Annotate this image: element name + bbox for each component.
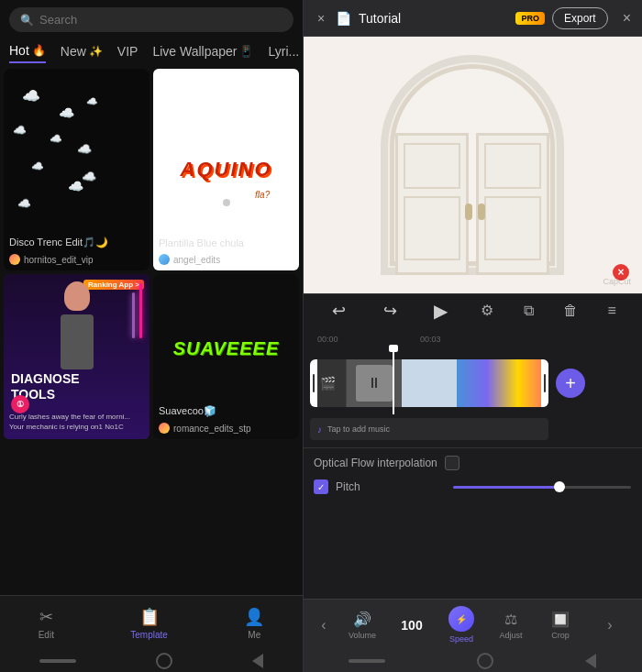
nav-me[interactable]: 👤 Me: [244, 607, 264, 640]
more-icon[interactable]: ≡: [607, 303, 615, 319]
optical-flow-checkbox[interactable]: [445, 456, 459, 470]
grid-row-2: Ranking App > DIAGNOSETOOLS ① Curly lash…: [4, 274, 299, 439]
search-input[interactable]: [39, 13, 282, 27]
play-button[interactable]: ▶: [430, 296, 451, 325]
add-track-button[interactable]: +: [556, 369, 585, 398]
neon-line-purple: [132, 292, 135, 338]
tab-hot[interactable]: Hot 🔥: [9, 39, 46, 63]
video-grid: ☁️ ☁️ ☁️ ☁️ ☁️ ☁️ ☁️ ☁️ ☁️ ☁️ Disco Tren…: [0, 69, 303, 595]
volume-value-display: 100: [392, 618, 432, 633]
list-item[interactable]: AQUINO fla? Plantilla Blue chula angel_e…: [153, 69, 299, 270]
grid-row-1: ☁️ ☁️ ☁️ ☁️ ☁️ ☁️ ☁️ ☁️ ☁️ ☁️ Disco Tren…: [4, 69, 299, 270]
person-head: [64, 281, 90, 311]
list-item[interactable]: Ranking App > DIAGNOSETOOLS ① Curly lash…: [4, 274, 149, 439]
crop-icon: 🔲: [551, 611, 570, 628]
video-author: romance_edits_stp: [159, 423, 251, 434]
video-track[interactable]: 🎬 ⏸: [310, 359, 548, 407]
settings-icon[interactable]: ⚙: [481, 302, 493, 319]
handle-line: [313, 374, 315, 392]
diagnose-badge: ①: [11, 395, 29, 413]
track-colorful: [457, 359, 548, 407]
adjust-icon: ⚖: [504, 611, 517, 628]
crop-label: Crop: [551, 631, 570, 640]
nav-back-triangle[interactable]: [252, 654, 263, 668]
suave-text: SUAVEEEE: [173, 338, 279, 359]
pitch-checkbox[interactable]: ✓: [314, 479, 328, 494]
copy-icon[interactable]: ⧉: [524, 303, 534, 319]
right-panel: × 📄 Tutorial PRO Export ×: [303, 0, 642, 672]
volume-icon: 🔊: [353, 611, 371, 628]
tool-volume[interactable]: 🔊 Volume: [342, 611, 382, 640]
playback-controls: ↩ ↪ ▶ ⚙ ⧉ 🗑 ≡: [303, 293, 642, 326]
titlebar-close-x[interactable]: ×: [623, 10, 631, 27]
video-author: hornitos_edit_vip: [9, 254, 94, 265]
tool-speed[interactable]: ⚡ Speed: [441, 606, 482, 644]
author-avatar: [9, 254, 20, 265]
project-title: Tutorial: [359, 11, 508, 26]
right-phone-nav: [303, 650, 642, 672]
left-phone-nav: [0, 650, 303, 672]
track-handle-right[interactable]: [541, 359, 548, 407]
tab-live[interactable]: Live Wallpaper 📱: [152, 40, 253, 62]
pitch-thumb: [554, 481, 565, 492]
track-thumb-door: [402, 359, 457, 407]
pitch-label: Pitch: [336, 480, 446, 493]
titlebar: × 📄 Tutorial PRO Export ×: [303, 0, 642, 37]
adjust-label: Adjust: [499, 631, 522, 640]
timeline-ruler: 00:00 00:03: [310, 330, 635, 348]
nav-bar-indicator: [39, 659, 76, 663]
music-icon: ♪: [317, 424, 322, 435]
document-icon: 📄: [336, 11, 351, 26]
pitch-slider-container: [453, 486, 631, 489]
list-item[interactable]: SUAVEEEE Suavecoo🧊 romance_edits_stp: [153, 274, 299, 439]
bottom-toolbar: ‹ 🔊 Volume 100 ⚡ Speed ⚖ Adjust 🔲 Crop: [303, 599, 642, 650]
bottom-nav: ✂ Edit 📋 Template 👤 Me: [0, 595, 303, 650]
properties-area: Optical Flow interpolation ✓ Pitch: [303, 447, 642, 599]
video-author: angel_edits: [159, 254, 220, 265]
undo-button[interactable]: ↩: [328, 297, 349, 325]
export-button[interactable]: Export: [552, 7, 608, 29]
volume-number: 100: [401, 618, 422, 633]
video-title: Disco Trenc Edit🎵🌙: [9, 237, 144, 248]
more-tools-icon: ›: [607, 617, 612, 633]
search-bar[interactable]: 🔍: [9, 7, 293, 32]
pitch-slider[interactable]: [453, 486, 631, 489]
edit-icon: ✂: [39, 607, 53, 627]
timeline-tracks: 🎬 ⏸ +: [310, 352, 635, 414]
speed-label: Speed: [449, 634, 473, 644]
audio-track[interactable]: ♪ Tap to add music: [310, 418, 548, 440]
ruler-mark-mid: 00:03: [420, 335, 441, 344]
tab-vip[interactable]: VIP: [117, 40, 138, 62]
nav-template[interactable]: 📋 Template: [130, 607, 168, 640]
redo-button[interactable]: ↪: [380, 297, 401, 325]
preview-area: × CapCut: [303, 37, 642, 293]
nav-home-circle[interactable]: [156, 653, 172, 669]
tab-new[interactable]: New ✨: [61, 40, 103, 62]
video-title: Suavecoo🧊: [159, 405, 293, 417]
panel-divider: [303, 0, 304, 672]
right-nav-bar: [349, 659, 385, 663]
back-arrow-icon: ‹: [321, 617, 326, 633]
right-nav-home[interactable]: [477, 653, 493, 669]
tab-lyric[interactable]: Lyri...: [268, 40, 299, 62]
track-handle-left[interactable]: [310, 359, 317, 407]
speed-icon: ⚡: [456, 614, 467, 624]
tool-adjust[interactable]: ⚖ Adjust: [491, 611, 531, 640]
timeline-area: 00:00 00:03 🎬 ⏸: [303, 326, 642, 447]
author-avatar: [159, 254, 170, 265]
tool-more[interactable]: ›: [590, 617, 630, 633]
ruler-mark-start: 00:00: [317, 335, 338, 344]
close-button[interactable]: ×: [314, 11, 328, 26]
playhead-handle: [389, 345, 398, 352]
delete-icon[interactable]: 🗑: [563, 303, 578, 319]
aquino-sub: fla?: [255, 190, 270, 200]
right-nav-back[interactable]: [585, 654, 596, 668]
tool-crop[interactable]: 🔲 Crop: [540, 611, 581, 640]
author-avatar: [159, 423, 170, 434]
back-button[interactable]: ‹: [315, 617, 333, 633]
nav-edit[interactable]: ✂ Edit: [39, 607, 54, 640]
playhead[interactable]: [393, 348, 394, 414]
list-item[interactable]: ☁️ ☁️ ☁️ ☁️ ☁️ ☁️ ☁️ ☁️ ☁️ ☁️ Disco Tren…: [4, 69, 149, 270]
watermark: CapCut: [603, 277, 631, 286]
optical-flow-label: Optical Flow interpolation: [314, 457, 437, 469]
